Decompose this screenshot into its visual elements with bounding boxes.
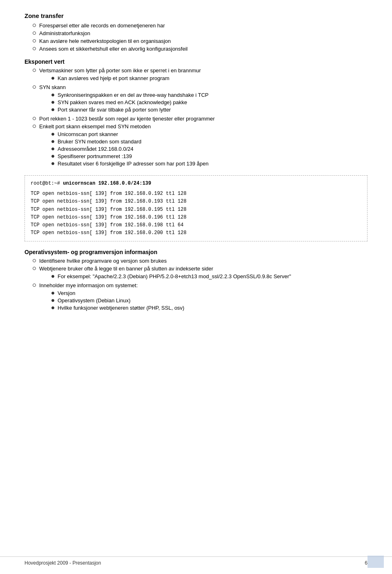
terminal-command: unicornscan 192.168.0.0/24:139 bbox=[63, 181, 151, 186]
bullet-icon bbox=[33, 24, 36, 27]
inner-list: For eksempel: "Apache/2.2.3 (Debian) PHP… bbox=[39, 273, 368, 279]
os-info-list: Identifisere hvilke programvare og versj… bbox=[24, 258, 368, 312]
bullet-icon bbox=[33, 267, 36, 270]
list-item-text: Operativsystem (Debian Linux) bbox=[58, 297, 368, 304]
inner-list: Kan avsløres ved hjelp et port skanner p… bbox=[39, 75, 368, 81]
list-item-text: Ansees som et sikkerhetshull eller en al… bbox=[39, 46, 368, 52]
bullet-icon bbox=[33, 125, 36, 128]
bullet-icon bbox=[33, 259, 36, 262]
list-item-text: Port rekken 1 - 1023 består som regel av… bbox=[39, 116, 368, 122]
list-item-text: Forespørsel etter alle records en domene… bbox=[39, 22, 368, 29]
bullet-icon bbox=[51, 155, 54, 158]
list-item: Port rekken 1 - 1023 består som regel av… bbox=[24, 116, 368, 122]
bullet-icon bbox=[33, 31, 36, 35]
list-item: Webtjenere bruker ofte å legge til en ba… bbox=[24, 266, 368, 281]
list-item-text: Bruker SYN metoden som standard bbox=[58, 138, 368, 145]
list-item-text: Kan avsløres ved hjelp et port skanner p… bbox=[58, 75, 368, 81]
list-item: SYN pakken svares med en ACK (acknowledg… bbox=[51, 99, 368, 105]
terminal-command-line: root@bt:~# unicornscan 192.168.0.0/24:13… bbox=[31, 180, 361, 188]
os-info-section: Operativsystem- og programversjon inform… bbox=[24, 249, 368, 312]
list-item: Spesifiserer portnummeret :139 bbox=[51, 153, 368, 159]
list-item: Hvilke funksjoner webtjeneren støtter (P… bbox=[51, 305, 368, 311]
list-item: Synkroniseringspakken er en del av three… bbox=[51, 92, 368, 98]
list-item-text: Port skanner får svar tilbake på porter … bbox=[58, 107, 368, 113]
list-item-text: Enkelt port skann eksempel med SYN metod… bbox=[39, 123, 368, 168]
bullet-icon bbox=[51, 108, 54, 111]
list-item: Forespørsel etter alle records en domene… bbox=[24, 22, 368, 29]
terminal-prompt: root@bt:~# bbox=[31, 181, 63, 186]
list-item-text: Webtjenere bruker ofte å legge til en ba… bbox=[39, 266, 368, 281]
inner-list: Unicornscan port skanner Bruker SYN meto… bbox=[39, 131, 368, 167]
terminal-output-line-2: TCP open netbios-ssn[ 139] from 192.168.… bbox=[31, 198, 361, 205]
list-item: For eksempel: "Apache/2.2.3 (Debian) PHP… bbox=[51, 273, 368, 279]
os-info-heading: Operativsystem- og programversjon inform… bbox=[24, 249, 368, 255]
list-item: Resultatet viser 6 forskjellige IP adres… bbox=[51, 161, 368, 167]
terminal-box: root@bt:~# unicornscan 192.168.0.0/24:13… bbox=[24, 175, 368, 241]
terminal-output-line-6: TCP open netbios-ssn[ 139] from 192.168.… bbox=[31, 229, 361, 237]
footer-logo bbox=[368, 556, 384, 568]
bullet-icon bbox=[51, 162, 54, 165]
bullet-icon bbox=[51, 133, 54, 136]
list-item: Enkelt port skann eksempel med SYN metod… bbox=[24, 123, 368, 168]
list-item-text: For eksempel: "Apache/2.2.3 (Debian) PHP… bbox=[58, 273, 368, 279]
zone-transfer-list: Forespørsel etter alle records en domene… bbox=[24, 22, 368, 52]
footer-title: Hovedprosjekt 2009 - Presentasjon bbox=[24, 560, 101, 566]
terminal-output-line-5: TCP open netbios-ssn[ 139] from 192.168.… bbox=[31, 221, 361, 229]
list-item-text: Spesifiserer portnummeret :139 bbox=[58, 153, 368, 159]
list-item-text: SYN pakken svares med en ACK (acknowledg… bbox=[58, 99, 368, 105]
bullet-icon bbox=[51, 275, 54, 278]
list-item: Vertsmaskiner som lytter på porter som i… bbox=[24, 67, 368, 83]
eksponert-vert-section: Eksponert vert Vertsmaskiner som lytter … bbox=[24, 58, 368, 168]
list-item-text: Inneholder mye informasjon om systemet: … bbox=[39, 282, 368, 312]
list-item: Unicornscan port skanner bbox=[51, 131, 368, 137]
list-item-text: Unicornscan port skanner bbox=[58, 131, 368, 137]
list-item: Administratorfunksjon bbox=[24, 30, 368, 36]
list-item-text: Adresseområdet 192.168.0.0/24 bbox=[58, 146, 368, 152]
bullet-icon bbox=[51, 147, 54, 150]
inner-list: Versjon Operativsystem (Debian Linux) Hv… bbox=[39, 290, 368, 311]
list-item-text: SYN skann Synkroniseringspakken er en de… bbox=[39, 84, 368, 114]
list-item: Port skanner får svar tilbake på porter … bbox=[51, 107, 368, 113]
bullet-icon bbox=[33, 69, 36, 72]
list-item: Adresseområdet 192.168.0.0/24 bbox=[51, 146, 368, 152]
page: Zone transfer Forespørsel etter alle rec… bbox=[0, 0, 392, 574]
list-item: Ansees som et sikkerhetshull eller en al… bbox=[24, 46, 368, 52]
zone-transfer-heading: Zone transfer bbox=[24, 12, 368, 19]
bullet-icon bbox=[51, 292, 54, 295]
terminal-output-line-3: TCP open netbios-ssn[ 139] from 192.168.… bbox=[31, 206, 361, 214]
list-item-text: Vertsmaskiner som lytter på porter som i… bbox=[39, 67, 368, 83]
list-item: SYN skann Synkroniseringspakken er en de… bbox=[24, 84, 368, 114]
terminal-output-line-4: TCP open netbios-ssn[ 139] from 192.168.… bbox=[31, 214, 361, 221]
bullet-icon bbox=[33, 39, 36, 42]
zone-transfer-section: Zone transfer Forespørsel etter alle rec… bbox=[24, 12, 368, 52]
terminal-output-line-1: TCP open netbios-ssn[ 139] from 192.168.… bbox=[31, 190, 361, 198]
bullet-icon bbox=[51, 140, 54, 143]
list-item-text: Hvilke funksjoner webtjeneren støtter (P… bbox=[58, 305, 368, 311]
footer-page-number: 6 bbox=[365, 560, 368, 566]
list-item-text: Kan avsløre hele nettverkstopologien til… bbox=[39, 38, 368, 44]
footer: Hovedprosjekt 2009 - Presentasjon 6 bbox=[0, 556, 392, 566]
bullet-icon bbox=[51, 77, 54, 80]
bullet-icon bbox=[51, 299, 54, 302]
bullet-icon bbox=[51, 94, 54, 96]
list-item: Versjon bbox=[51, 290, 368, 296]
list-item: Kan avsløres ved hjelp et port skanner p… bbox=[51, 75, 368, 81]
list-item-text: Administratorfunksjon bbox=[39, 30, 368, 36]
list-item: Kan avsløre hele nettverkstopologien til… bbox=[24, 38, 368, 44]
inner-list: Synkroniseringspakken er en del av three… bbox=[39, 92, 368, 113]
list-item-text: Identifisere hvilke programvare og versj… bbox=[39, 258, 368, 264]
list-item: Operativsystem (Debian Linux) bbox=[51, 297, 368, 304]
bullet-icon bbox=[33, 47, 36, 50]
list-item-text: Versjon bbox=[58, 290, 368, 296]
list-item-text: Synkroniseringspakken er en del av three… bbox=[58, 92, 368, 98]
list-item-text: Resultatet viser 6 forskjellige IP adres… bbox=[58, 161, 368, 167]
list-item: Inneholder mye informasjon om systemet: … bbox=[24, 282, 368, 312]
bullet-icon bbox=[33, 284, 36, 287]
eksponert-vert-heading: Eksponert vert bbox=[24, 58, 368, 65]
bullet-icon bbox=[33, 85, 36, 89]
list-item: Bruker SYN metoden som standard bbox=[51, 138, 368, 145]
eksponert-vert-list: Vertsmaskiner som lytter på porter som i… bbox=[24, 67, 368, 168]
bullet-icon bbox=[51, 306, 54, 309]
bullet-icon bbox=[33, 117, 36, 120]
list-item: Identifisere hvilke programvare og versj… bbox=[24, 258, 368, 264]
